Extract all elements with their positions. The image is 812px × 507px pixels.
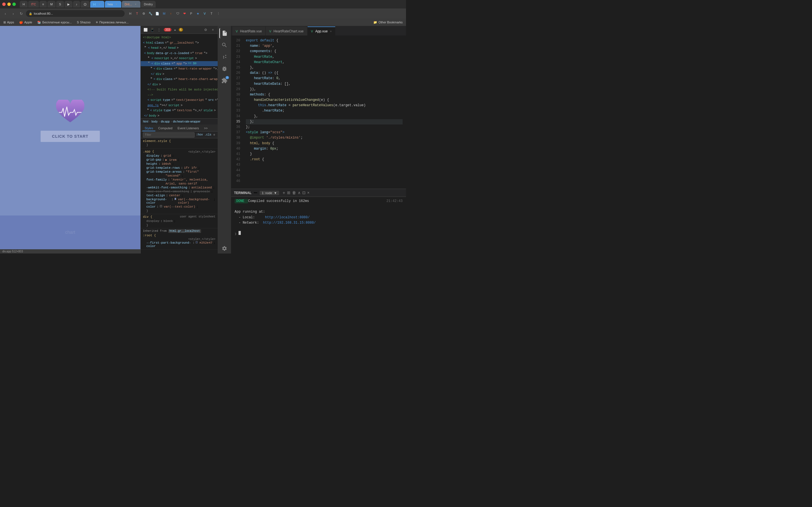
tab-dmitry[interactable]: Dmitry [141,1,156,8]
html-line-comment: <!-- built files will be auto injected [141,87,218,93]
extension-icon-12[interactable]: V [202,11,207,16]
editor-tab-app[interactable]: V App.vue × [308,26,335,36]
extension-icon-5[interactable]: 📄 [154,11,160,16]
size-text: div.app 512×803 [2,250,23,253]
terminal-local-url[interactable]: http://localhost:8080/ [265,216,310,219]
html-line-chart-wrapper[interactable]: ▶ <div class="heart-rate-chart-wrapper">… [141,76,218,82]
minimize-button[interactable] [7,3,11,6]
bookmark-other[interactable]: 📁 Other Bookmarks [372,20,404,25]
styles-filter-input[interactable] [143,132,195,137]
editor-tab-heartratechart[interactable]: V HeartRateChart.vue [266,26,307,36]
terminal-trash-icon[interactable]: 🗑 [292,190,296,195]
breadcrumb-div-wrapper[interactable]: div.heart-rate-wrapper [173,120,200,123]
extensions-activity-icon[interactable]: 7 [219,75,230,86]
extension-icon-7[interactable]: ↑ [168,11,174,16]
inspect-icon[interactable]: ⬜ [143,27,148,33]
terminal-menu-dots[interactable]: ••• [254,191,257,195]
close-button[interactable] [2,3,6,6]
style-prop-display-div: display: block; [143,219,215,223]
more-menu-icon[interactable]: ⋮ [215,11,221,16]
html-line-app-div[interactable]: ▼ <div class="app"> == $0 [141,61,218,66]
tab-hea[interactable]: hea × [105,1,121,8]
tab-github[interactable]: ⊙ [81,1,90,8]
terminal-local-link: - Local: http://localhost:8080/ [235,215,403,220]
tab-menu[interactable]: ≡ [40,1,47,8]
more-tools-icon[interactable]: ⋮ [156,27,161,33]
search-activity-icon[interactable] [219,40,230,50]
extension-icon-3[interactable]: ⚙ [141,11,147,16]
terminal-close-icon[interactable]: × [307,190,310,195]
extension-icon-4[interactable]: 🔧 [148,11,153,16]
style-prop-grid-rows: grid-template-rows: 1fr 1fr; [143,166,215,170]
extension-icon-9[interactable]: ❤ [182,11,187,16]
style-prop-moz-smoothing: -moz-osx-font-smoothing: grayscale; [143,189,215,193]
tab-more[interactable]: >> [202,126,210,131]
app-tab-label: App.vue [315,29,327,33]
add-style-button[interactable]: + [213,133,215,137]
close-devtools-icon[interactable]: × [210,27,215,33]
settings-devtools-icon[interactable]: ⚙ [203,27,208,33]
device-icon[interactable]: 📱 [150,27,155,33]
text-color-swatch[interactable] [160,205,162,207]
tab-drit[interactable]: Drit... × [122,1,140,8]
extension-icon-1[interactable]: H [128,11,133,16]
app-tab-close-icon[interactable]: × [330,30,332,33]
address-bar[interactable]: 🔒 localhost:80... [26,10,124,17]
bookmark-courses[interactable]: 📚 Бесплатные курсы... [36,20,73,25]
tab-styles[interactable]: Styles [142,126,155,131]
tab-m[interactable]: M [47,1,56,8]
bookmark-apps[interactable]: ⊞ Apps [2,20,15,25]
reload-button[interactable]: ↻ [18,10,24,17]
terminal-node-selector[interactable]: 1: node ▼ [260,191,280,195]
tab-music[interactable]: ♪ [73,1,80,8]
bookmark-transport[interactable]: ✳ Перевозка личных... [94,20,130,25]
tab-close-icon[interactable]: × [98,2,101,6]
html-line-head[interactable]: ▶ <head>_</head> [141,45,218,51]
extension-icon-13[interactable]: T [209,11,214,16]
breadcrumb-html[interactable]: html [143,120,148,123]
tab-event-listeners[interactable]: Event Listeners [175,126,201,131]
first-part-bg-swatch[interactable] [196,241,198,243]
tab-s[interactable]: S [56,1,64,8]
editor-tab-heartrate[interactable]: V HeartRate.vue [232,26,265,36]
tab-h2-active[interactable]: H × [90,1,104,8]
tab-drit-close-icon[interactable]: × [134,2,138,6]
terminal-up-icon[interactable]: ∧ [298,190,301,195]
files-icon[interactable] [219,28,230,38]
extension-icon-8[interactable]: 🛡 [175,11,181,16]
click-to-start-button[interactable]: CLICK TO START [41,131,100,142]
git-activity-icon[interactable] [219,52,230,62]
extension-icon-2[interactable]: T [134,11,140,16]
forward-button[interactable]: › [10,10,16,17]
bookmark-shazoo[interactable]: S Shazoo [76,20,92,24]
tab-h1[interactable]: H [20,1,28,8]
chart-label: chart [65,230,75,235]
breadcrumb-div-app[interactable]: div.app [161,120,170,123]
hover-cls-button[interactable]: :hov [196,133,203,136]
code-content[interactable]: export default { name: 'app', components… [243,36,406,189]
tab-itc[interactable]: ITC [28,1,39,8]
terminal-split-icon[interactable]: ⊞ [287,190,290,195]
terminal-panel: TERMINAL ••• 1: node ▼ + ⊞ 🗑 ∧ ⊡ × [231,189,406,253]
terminal-maximize-icon[interactable]: ⊡ [302,190,306,195]
tab-hea-close-icon[interactable]: × [114,2,118,6]
html-line-heart-wrapper[interactable]: ▶ <div class="heart-rate-wrapper">_ [141,66,218,71]
back-button[interactable]: ‹ [2,10,8,17]
maximize-button[interactable] [12,3,16,6]
terminal-network-url[interactable]: http://192.168.31.15:8080/ [263,221,316,225]
cls-button[interactable]: .cls [205,133,211,136]
breadcrumb-body[interactable]: body [151,120,158,123]
html-line-style[interactable]: ▶ <style type="text/css">_</style> [141,108,218,113]
settings-activity-icon[interactable] [219,243,230,253]
extension-icon-10[interactable]: P [188,11,194,16]
extension-icon-6[interactable]: M [161,11,167,16]
tab-computed[interactable]: Computed [156,126,175,131]
bookmark-apple[interactable]: 🍎 Apple [18,20,33,25]
bg-color-swatch[interactable] [174,198,176,200]
debug-activity-icon[interactable] [219,64,230,74]
tab-play[interactable]: ▶ [64,1,72,8]
bookmark-courses-label: Бесплатные курсы... [42,20,71,24]
html-line-noscript[interactable]: ▶ <noscript>_</noscript> [141,56,218,61]
extension-icon-11[interactable]: ★ [195,11,201,16]
terminal-add-icon[interactable]: + [283,190,285,195]
